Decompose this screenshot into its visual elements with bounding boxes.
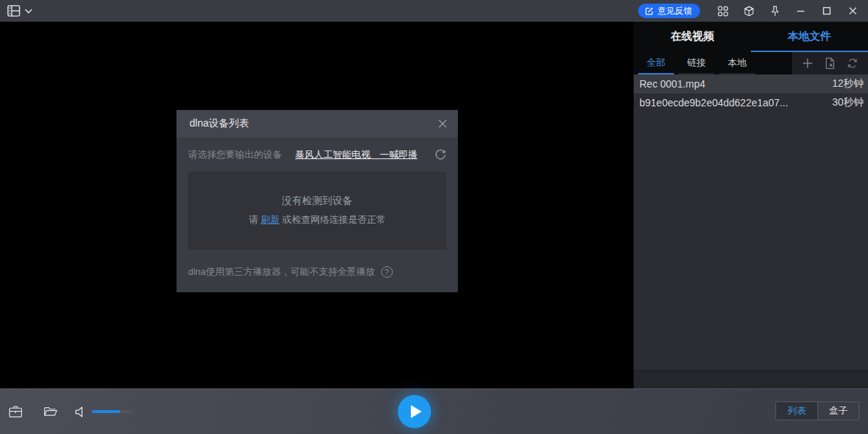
- sidebar-subtabs: 全部 链接 本地: [634, 52, 868, 75]
- empty-title: 没有检测到设备: [282, 195, 353, 208]
- filmstrip-logo-icon[interactable]: [7, 5, 20, 17]
- feedback-label: 意见反馈: [658, 5, 692, 17]
- subtab-all[interactable]: 全部: [638, 52, 674, 75]
- view-mode-box[interactable]: 盒子: [817, 402, 859, 420]
- volume-slider-fill: [92, 410, 120, 413]
- tab-online-video[interactable]: 在线视频: [634, 22, 751, 52]
- device-empty-box: 没有检测到设备 请 刷新 或检查网络连接是否正常: [188, 171, 446, 250]
- device-prompt-label: 请选择您要输出的设备: [188, 148, 282, 161]
- bottom-controlbar: 列表 盒子: [0, 388, 868, 434]
- sidebar-footer: [634, 370, 868, 388]
- dlna-dialog: dlna设备列表 请选择您要输出的设备 暴风人工智能电视 一喊即播: [176, 110, 458, 292]
- question-circle-icon[interactable]: ?: [381, 266, 393, 278]
- refresh-link[interactable]: 刷新: [261, 214, 280, 225]
- file-name: b91e0ecde9b2e04dd622e1a07...: [639, 97, 826, 109]
- subtab-local[interactable]: 本地: [719, 52, 755, 75]
- maximize-button[interactable]: [817, 3, 836, 19]
- dialog-header: dlna设备列表: [176, 110, 458, 137]
- dialog-title: dlna设备列表: [190, 117, 249, 130]
- volume-icon[interactable]: [75, 406, 87, 418]
- empty-hint: 请 刷新 或检查网络连接是否正常: [249, 213, 386, 226]
- empty-hint-pre: 请: [249, 214, 258, 225]
- file-duration: 30秒钟: [832, 96, 864, 109]
- edit-icon: [644, 7, 654, 16]
- file-duration: 12秒钟: [832, 77, 864, 90]
- refresh-list-icon[interactable]: [847, 58, 858, 69]
- add-file-icon[interactable]: [802, 58, 813, 69]
- apps-grid-icon[interactable]: [713, 3, 732, 19]
- pin-icon[interactable]: [765, 3, 784, 19]
- file-name: Rec 0001.mp4: [639, 78, 826, 90]
- sidebar-tabs: 在线视频 本地文件: [634, 22, 868, 52]
- subtab-link[interactable]: 链接: [678, 52, 715, 75]
- player-window: 意见反馈: [0, 0, 868, 434]
- tab-local-files[interactable]: 本地文件: [751, 22, 868, 52]
- device-link[interactable]: 暴风人工智能电视 一喊即播: [295, 148, 417, 161]
- minimize-button[interactable]: [791, 3, 810, 19]
- chevron-down-icon[interactable]: [25, 9, 33, 14]
- feedback-button[interactable]: 意见反馈: [638, 4, 700, 18]
- video-area[interactable]: dlna设备列表 请选择您要输出的设备 暴风人工智能电视 一喊即播: [0, 22, 634, 388]
- sidebar: 在线视频 本地文件 全部 链接 本地: [634, 22, 868, 388]
- dialog-refresh-icon[interactable]: [435, 149, 446, 161]
- close-button[interactable]: [843, 3, 862, 19]
- file-list: Rec 0001.mp4 12秒钟 b91e0ecde9b2e04dd622e1…: [634, 75, 868, 370]
- cube-icon[interactable]: [739, 3, 758, 19]
- file-row[interactable]: Rec 0001.mp4 12秒钟: [634, 75, 868, 93]
- dialog-close-icon[interactable]: [438, 119, 448, 129]
- empty-hint-post: 或检查网络连接是否正常: [282, 214, 386, 225]
- view-mode-toggle: 列表 盒子: [775, 401, 859, 420]
- view-mode-list[interactable]: 列表: [776, 402, 817, 420]
- play-button[interactable]: [398, 395, 431, 428]
- remove-invalid-file-icon[interactable]: [825, 57, 835, 69]
- open-folder-icon[interactable]: [43, 406, 58, 418]
- dlna-note-label: dlna使用第三方播放器，可能不支持全景播放: [188, 265, 375, 278]
- file-row[interactable]: b91e0ecde9b2e04dd622e1a07... 30秒钟: [634, 93, 868, 112]
- play-icon: [411, 405, 422, 418]
- volume-slider[interactable]: [92, 410, 133, 413]
- toolbox-icon[interactable]: [9, 405, 22, 418]
- titlebar: 意见反馈: [0, 0, 868, 22]
